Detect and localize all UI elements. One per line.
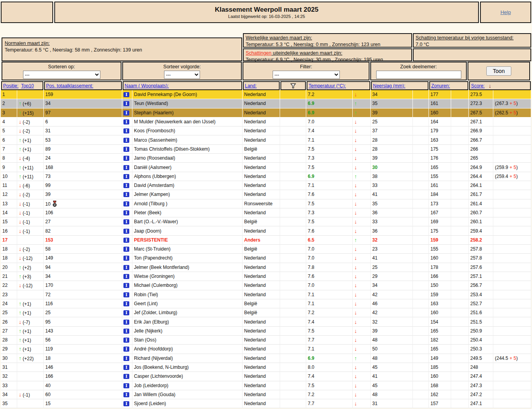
cell-temp-trend: ↓: [353, 281, 371, 290]
cell-neerslag: 35: [371, 99, 413, 108]
info-icon[interactable]: I: [123, 310, 129, 315]
search-input[interactable]: [376, 71, 461, 79]
cell-info-icon: I: [122, 217, 132, 226]
info-icon[interactable]: I: [123, 320, 129, 325]
info-icon[interactable]: I: [123, 338, 129, 343]
info-icon[interactable]: I: [123, 301, 129, 306]
info-icon[interactable]: I: [123, 165, 129, 170]
info-icon[interactable]: I: [123, 265, 129, 270]
cell-land-spare: [280, 236, 306, 245]
cell-neerslag: 32: [371, 317, 413, 326]
down-arrow-icon: ↓: [19, 191, 21, 197]
cell-zonuren-spare: [451, 236, 469, 245]
info-icon[interactable]: I: [123, 329, 129, 334]
cell-score-detail: (259.4 + 5): [493, 172, 531, 181]
column-header-totaalklassement[interactable]: Pos. totaalklassement:: [46, 83, 93, 89]
column-header-neerslag[interactable]: Neerslag (mm):: [373, 83, 405, 89]
info-icon[interactable]: I: [123, 119, 129, 124]
info-icon[interactable]: I: [123, 383, 129, 388]
column-header-land[interactable]: Land:: [245, 83, 257, 89]
info-icon[interactable]: I: [123, 110, 129, 116]
info-icon[interactable]: I: [123, 356, 129, 361]
cell-naam: Marc (St-Truiden): [132, 245, 243, 254]
down-arrow-icon: ↓: [19, 282, 21, 288]
cell-info-icon: I: [122, 381, 132, 390]
info-icon[interactable]: I: [123, 147, 129, 152]
info-icon[interactable]: I: [123, 174, 129, 179]
cell-temperatuur: 7.7: [306, 336, 353, 345]
cell-top10-change: ↓(-2): [17, 245, 44, 254]
info-icon[interactable]: I: [123, 101, 129, 106]
down-arrow-icon: ↓: [354, 346, 357, 352]
cell-temp-trend: ↓: [353, 263, 371, 272]
column-header-temperatuur[interactable]: Temperatuur (°C):: [309, 83, 346, 89]
cell-score-detail: [493, 199, 531, 208]
info-icon[interactable]: I: [123, 347, 129, 352]
info-icon[interactable]: I: [123, 247, 129, 252]
info-icon[interactable]: I: [123, 183, 129, 188]
column-header-zonuren[interactable]: Zonuren:: [431, 83, 450, 89]
info-icon[interactable]: I: [123, 201, 129, 206]
info-icon[interactable]: I: [123, 229, 129, 234]
cell-land: Nederland: [243, 190, 280, 199]
up-arrow-icon: ↑: [19, 164, 21, 171]
cell-temp-trend: ↑: [353, 354, 371, 363]
info-icon[interactable]: I: [123, 274, 129, 279]
down-arrow-icon: ↓: [354, 373, 357, 379]
info-icon[interactable]: I: [123, 292, 129, 297]
cell-pos-totaalklassement: 94: [44, 263, 122, 272]
filter-funnel-icon[interactable]: [290, 83, 296, 89]
cell-zonuren: 175: [429, 145, 451, 154]
info-icon[interactable]: I: [123, 374, 129, 379]
column-header-positie[interactable]: Positie:: [3, 83, 18, 89]
cell-naam: Job (Leiderdorp): [132, 381, 243, 390]
up-arrow-icon: ↑: [19, 301, 21, 307]
cell-naam: Jan Willem (Gouda): [132, 390, 243, 399]
cell-score: 267.5: [469, 108, 493, 117]
cell-land-spare: [280, 254, 306, 263]
cell-land-spare: [280, 135, 306, 144]
cell-zonuren-spare: [451, 336, 469, 345]
info-icon[interactable]: I: [123, 401, 129, 406]
table-row: 17153IPERSISTENTIEAnders6.5↑32159258.2: [1, 236, 531, 245]
info-icon[interactable]: I: [123, 219, 129, 224]
sort-select[interactable]: ---: [23, 71, 100, 79]
info-icon[interactable]: I: [123, 128, 129, 133]
column-header-top10[interactable]: Top10: [21, 83, 34, 89]
cell-temperatuur: 7.2: [306, 308, 353, 317]
show-button[interactable]: Toon: [486, 66, 511, 76]
cell-score-detail: [493, 90, 531, 99]
info-icon[interactable]: I: [123, 138, 129, 143]
info-icon[interactable]: I: [123, 392, 129, 397]
info-icon[interactable]: I: [123, 256, 129, 261]
cell-temperatuur: 7.4: [306, 126, 353, 135]
info-icon[interactable]: I: [123, 283, 129, 288]
up-arrow-icon: ↑: [19, 346, 21, 352]
info-icon[interactable]: I: [123, 192, 129, 197]
info-icon[interactable]: I: [123, 92, 129, 97]
cell-land: Ronsweersite: [243, 199, 280, 208]
help-link[interactable]: Help: [500, 9, 511, 15]
schattingen-link[interactable]: Schattingen: [246, 50, 271, 56]
cell-temperatuur: 7.5: [306, 199, 353, 208]
cell-positie: 20: [1, 263, 17, 272]
column-header-score[interactable]: Score:: [471, 83, 485, 89]
cell-positie: 15: [1, 217, 17, 226]
cell-land-spare: [280, 299, 306, 308]
cell-pos-totaalklassement: 39: [44, 190, 122, 199]
cell-land-spare: [280, 126, 306, 135]
info-icon[interactable]: I: [123, 210, 129, 215]
order-select[interactable]: ---: [164, 71, 200, 79]
cell-score-detail: [493, 381, 531, 390]
cell-zonuren: 176: [429, 154, 451, 163]
filter-select[interactable]: ---: [273, 71, 340, 79]
cell-neerslag: 32: [371, 236, 413, 245]
info-row: Normalen maart zijn: Temperatuur: 6.5 °C…: [2, 33, 531, 61]
info-icon[interactable]: I: [123, 365, 129, 370]
info-icon[interactable]: I: [123, 156, 129, 161]
column-header-naam[interactable]: Naam ( Woonplaats):: [125, 83, 169, 89]
down-arrow-icon: ↓: [354, 137, 357, 143]
cell-zonuren-spare: [451, 199, 469, 208]
info-icon[interactable]: I: [123, 238, 129, 243]
cell-top10-change: ↓(-1): [17, 217, 44, 226]
